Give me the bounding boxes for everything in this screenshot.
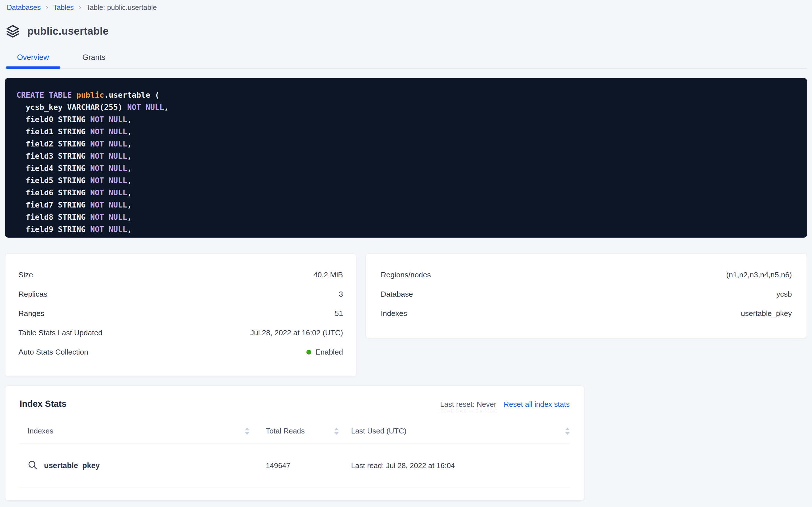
reset-all-index-stats-link[interactable]: Reset all index stats bbox=[504, 400, 570, 409]
stat-value: 40.2 MiB bbox=[313, 271, 343, 279]
search-icon bbox=[27, 460, 38, 471]
sql-line: ycsb_key VARCHAR(255) NOT NULL, bbox=[16, 101, 796, 113]
tab-overview[interactable]: Overview bbox=[6, 53, 60, 68]
sql-token: , bbox=[127, 152, 132, 160]
stat-value-text: usertable_pkey bbox=[741, 309, 792, 318]
sort-arrows-icon[interactable] bbox=[565, 428, 570, 435]
sql-token: , bbox=[127, 164, 132, 173]
sort-up-icon bbox=[565, 428, 570, 430]
sql-token: public bbox=[76, 91, 104, 99]
sql-token: , bbox=[164, 103, 169, 112]
stat-label: Size bbox=[18, 271, 33, 279]
index-stats-table: IndexesTotal ReadsLast Used (UTC) userta… bbox=[19, 427, 570, 488]
stat-row: Replicas3 bbox=[18, 284, 343, 304]
sql-token: field4 STRING bbox=[16, 164, 90, 173]
sql-token: field1 STRING bbox=[16, 127, 90, 136]
chevron-right-icon: › bbox=[46, 3, 48, 11]
table-details-page: Databases›Tables›Table: public.usertable… bbox=[0, 0, 812, 507]
sql-line: CREATE TABLE public.usertable ( bbox=[16, 89, 796, 101]
column-header-label: Indexes bbox=[27, 427, 53, 436]
stat-value: ycsb bbox=[776, 290, 792, 299]
sql-token: field8 STRING bbox=[16, 213, 90, 221]
sql-token: NOT NULL bbox=[90, 201, 127, 209]
page-header: public.usertable bbox=[6, 24, 807, 38]
column-header-last-used-utc-[interactable]: Last Used (UTC) bbox=[339, 427, 570, 436]
sql-line: field2 STRING NOT NULL, bbox=[16, 138, 796, 150]
sql-token: field7 STRING bbox=[16, 201, 90, 209]
index-stats-row: usertable_pkey149647Last read: Jul 28, 2… bbox=[19, 443, 570, 488]
layers-icon bbox=[6, 24, 20, 38]
sql-token: NOT NULL bbox=[90, 139, 127, 148]
sql-token: NOT NULL bbox=[90, 188, 127, 197]
breadcrumb-link-databases[interactable]: Databases bbox=[7, 3, 41, 12]
sql-token: , bbox=[127, 225, 132, 234]
stat-label: Regions/nodes bbox=[381, 271, 431, 279]
stat-label: Table Stats Last Updated bbox=[18, 328, 103, 337]
stat-row: Ranges51 bbox=[18, 304, 343, 323]
stat-value-text: Enabled bbox=[315, 348, 343, 356]
sort-up-icon bbox=[334, 428, 339, 430]
sql-token: field0 STRING bbox=[16, 115, 90, 124]
tab-grants[interactable]: Grants bbox=[71, 53, 117, 68]
sql-token: NOT NULL bbox=[90, 152, 127, 160]
last-used-value: Last read: Jul 28, 2022 at 16:04 bbox=[339, 461, 570, 470]
sort-down-icon bbox=[334, 432, 339, 435]
sql-line: field5 STRING NOT NULL, bbox=[16, 174, 796, 186]
stat-label: Database bbox=[381, 290, 413, 299]
sql-line: field7 STRING NOT NULL, bbox=[16, 199, 796, 211]
tabs: OverviewGrants bbox=[5, 53, 807, 69]
sort-arrows-icon[interactable] bbox=[334, 428, 339, 435]
chevron-right-icon: › bbox=[79, 3, 81, 11]
sql-token: , bbox=[127, 213, 132, 221]
stat-value: 3 bbox=[339, 290, 343, 299]
stat-row: Auto Stats CollectionEnabled bbox=[18, 342, 343, 362]
sql-token: ycsb_key VARCHAR(255) bbox=[16, 103, 127, 112]
sql-token: NOT NULL bbox=[127, 103, 164, 112]
sql-line: field8 STRING NOT NULL, bbox=[16, 211, 796, 223]
sql-token: field3 STRING bbox=[16, 152, 90, 160]
sql-line: field9 STRING NOT NULL, bbox=[16, 223, 796, 235]
stat-label: Replicas bbox=[18, 290, 47, 299]
table-stats-card: Size40.2 MiBReplicas3Ranges51Table Stats… bbox=[5, 253, 356, 377]
index-stats-table-header: IndexesTotal ReadsLast Used (UTC) bbox=[19, 427, 570, 443]
column-header-label: Total Reads bbox=[266, 427, 305, 436]
sql-token: field5 STRING bbox=[16, 176, 90, 185]
sort-down-icon bbox=[565, 432, 570, 435]
stat-value-text: Jul 28, 2022 at 16:02 (UTC) bbox=[250, 328, 343, 337]
sql-token: field9 STRING bbox=[16, 225, 90, 234]
stat-value: usertable_pkey bbox=[741, 309, 792, 318]
index-stats-table-body: usertable_pkey149647Last read: Jul 28, 2… bbox=[19, 443, 570, 488]
stat-label: Indexes bbox=[381, 309, 407, 318]
sql-token: , bbox=[127, 176, 132, 185]
sort-arrows-icon[interactable] bbox=[245, 428, 249, 435]
column-header-total-reads[interactable]: Total Reads bbox=[256, 427, 339, 436]
stat-row: Size40.2 MiB bbox=[18, 265, 343, 284]
column-header-label: Last Used (UTC) bbox=[351, 427, 407, 436]
last-reset-label[interactable]: Last reset: Never bbox=[440, 400, 496, 411]
sql-line: field4 STRING NOT NULL, bbox=[16, 162, 796, 174]
stat-value: 51 bbox=[335, 309, 343, 318]
create-table-sql-block: CREATE TABLE public.usertable ( ycsb_key… bbox=[5, 78, 807, 238]
column-header-indexes[interactable]: Indexes bbox=[19, 427, 256, 436]
stat-row: Databaseycsb bbox=[381, 284, 792, 304]
summary-cards: Size40.2 MiBReplicas3Ranges51Table Stats… bbox=[5, 253, 807, 377]
page-title: public.usertable bbox=[27, 25, 109, 37]
sql-token: NOT NULL bbox=[90, 127, 127, 136]
sql-token: , bbox=[127, 188, 132, 197]
stat-row: Indexesusertable_pkey bbox=[381, 304, 792, 323]
sql-token: , bbox=[127, 201, 132, 209]
total-reads-value: 149647 bbox=[256, 461, 339, 470]
stat-row: Table Stats Last UpdatedJul 28, 2022 at … bbox=[18, 323, 343, 342]
status-dot-icon bbox=[306, 350, 311, 354]
index-name: usertable_pkey bbox=[44, 461, 100, 470]
stat-value-text: 40.2 MiB bbox=[313, 271, 343, 279]
sql-token: , bbox=[127, 139, 132, 148]
breadcrumb-current: Table: public.usertable bbox=[86, 3, 157, 12]
sql-token: NOT NULL bbox=[90, 176, 127, 185]
breadcrumb-link-tables[interactable]: Tables bbox=[53, 3, 74, 12]
stat-row: Regions/nodes(n1,n2,n3,n4,n5,n6) bbox=[381, 265, 792, 284]
breadcrumb: Databases›Tables›Table: public.usertable bbox=[5, 0, 807, 12]
table-details-card: Regions/nodes(n1,n2,n3,n4,n5,n6)Database… bbox=[366, 253, 807, 338]
stat-value: Jul 28, 2022 at 16:02 (UTC) bbox=[250, 328, 343, 337]
sql-token: , bbox=[127, 115, 132, 124]
